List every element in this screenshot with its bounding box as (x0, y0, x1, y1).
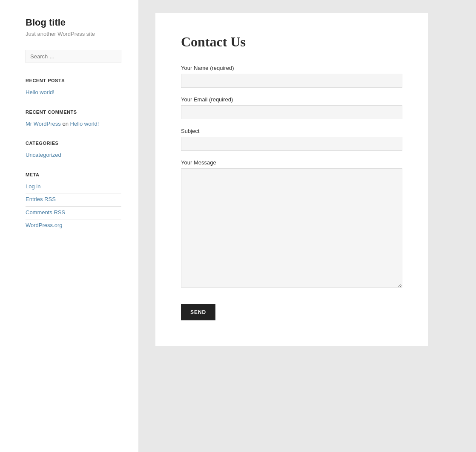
comment-on-text: on (62, 121, 70, 127)
meta-divider-3 (26, 219, 121, 219)
email-label: Your Email (required) (181, 96, 402, 103)
category-link[interactable]: Uncategorized (26, 151, 121, 159)
email-input[interactable] (181, 105, 402, 119)
name-input[interactable] (181, 74, 402, 88)
recent-posts-section: RECENT POSTS Hello world! (26, 78, 121, 97)
sidebar: Blog title Just another WordPress site R… (0, 0, 138, 452)
recent-comment-item: Mr WordPress on Hello world! (26, 120, 121, 128)
meta-entries-rss-link[interactable]: Entries RSS (26, 195, 121, 204)
recent-posts-heading: RECENT POSTS (26, 78, 121, 83)
meta-comments-rss-link[interactable]: Comments RSS (26, 208, 121, 217)
message-field-group: Your Message (181, 159, 402, 289)
meta-login-link[interactable]: Log in (26, 182, 121, 191)
meta-heading: META (26, 172, 121, 177)
name-label: Your Name (required) (181, 65, 402, 71)
blog-title: Blog title (26, 17, 121, 28)
categories-section: CATEGORIES Uncategorized (26, 141, 121, 159)
meta-divider-2 (26, 206, 121, 207)
name-field-group: Your Name (required) (181, 65, 402, 88)
search-input[interactable] (26, 50, 121, 63)
send-button[interactable]: SEND (181, 304, 215, 320)
subject-field-group: Subject (181, 128, 402, 151)
comment-author-link[interactable]: Mr WordPress (26, 121, 61, 127)
subject-input[interactable] (181, 137, 402, 151)
meta-divider-1 (26, 193, 121, 193)
blog-subtitle: Just another WordPress site (26, 31, 121, 37)
subject-label: Subject (181, 128, 402, 134)
meta-wordpress-org-link[interactable]: WordPress.org (26, 221, 121, 230)
contact-title: Contact Us (181, 34, 402, 50)
main-content: Contact Us Your Name (required) Your Ema… (138, 0, 476, 452)
categories-heading: CATEGORIES (26, 141, 121, 146)
email-field-group: Your Email (required) (181, 96, 402, 119)
comment-post-link[interactable]: Hello world! (70, 121, 99, 127)
recent-comments-section: RECENT COMMENTS Mr WordPress on Hello wo… (26, 109, 121, 128)
message-textarea[interactable] (181, 168, 402, 288)
recent-post-link[interactable]: Hello world! (26, 88, 121, 97)
contact-card: Contact Us Your Name (required) Your Ema… (155, 13, 428, 346)
meta-section: META Log in Entries RSS Comments RSS Wor… (26, 172, 121, 230)
recent-comments-heading: RECENT COMMENTS (26, 109, 121, 115)
message-label: Your Message (181, 159, 402, 166)
